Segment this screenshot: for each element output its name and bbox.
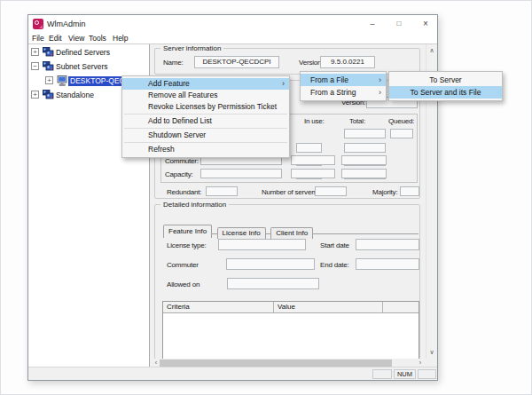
start-date-label: Start date xyxy=(320,241,349,249)
app-icon-facet xyxy=(39,25,43,28)
menu-item-label: Refresh xyxy=(148,145,175,154)
menu-item-label: To Server xyxy=(429,75,461,84)
commuter-detail-field xyxy=(226,258,315,270)
from-a-file-submenu: To Server To Server and its File xyxy=(388,71,503,101)
total-field xyxy=(344,129,386,138)
collapse-icon[interactable]: − xyxy=(31,62,39,70)
tab-license-info[interactable]: License Info xyxy=(217,227,266,239)
server-group-icon xyxy=(43,61,54,72)
column-header-blank[interactable] xyxy=(383,302,419,313)
menu-item-label: To Server and its File xyxy=(411,88,481,97)
menu-item-revoke-licenses[interactable]: Revoke Licenses by Permission Ticket xyxy=(122,101,289,113)
server-context-menu: Add Feature › Remove all Features Revoke… xyxy=(121,75,290,158)
detail-tabstrip: Feature Info License Info Client Info xyxy=(163,220,419,234)
tab-client-info[interactable]: Client Info xyxy=(270,227,313,239)
expand-icon[interactable]: + xyxy=(45,76,53,84)
menu-separator xyxy=(124,142,287,143)
scrollbar-thumb[interactable] xyxy=(160,359,392,367)
server-group-icon xyxy=(43,47,54,58)
menu-item-label: From a File xyxy=(310,75,348,84)
menu-item-shutdown-server[interactable]: Shutdown Server xyxy=(122,130,289,141)
status-pane xyxy=(418,369,436,379)
tree-row-subnet-servers[interactable]: − Subnet Servers xyxy=(28,59,149,74)
submenu-arrow-icon: › xyxy=(379,74,381,86)
app-icon xyxy=(33,19,43,29)
add-feature-submenu: From a File › From a String › xyxy=(300,71,387,101)
status-pane-num: NUM xyxy=(394,369,416,379)
server-version-field: 9.5.0.0221 xyxy=(320,56,375,68)
total-field xyxy=(344,143,386,153)
expand-icon[interactable]: + xyxy=(31,91,39,99)
tree-label: Defined Servers xyxy=(56,48,110,58)
detailed-information-legend: Detailed information xyxy=(160,201,229,209)
number-of-servers-label: Number of servers: xyxy=(262,188,318,196)
menu-item-to-server[interactable]: To Server xyxy=(389,74,502,86)
queued-field xyxy=(390,129,413,138)
menu-item-remove-all-features[interactable]: Remove all Features xyxy=(122,90,289,101)
tree-row-defined-servers[interactable]: + Defined Servers xyxy=(28,45,149,59)
menu-separator xyxy=(124,114,287,115)
criteria-table: Criteria Value xyxy=(162,301,419,359)
capacity-label: Capacity: xyxy=(165,170,193,178)
allowed-on-field xyxy=(227,278,319,289)
maximize-icon: □ xyxy=(397,20,402,28)
minimize-button[interactable]: – xyxy=(359,15,386,34)
server-group-icon xyxy=(43,90,54,100)
redundant-label: Redundant: xyxy=(167,188,201,196)
scroll-up-icon[interactable]: ∧ xyxy=(427,46,436,55)
menu-separator xyxy=(124,128,287,129)
statusbar: NUM xyxy=(28,367,437,380)
scroll-down-icon[interactable]: ∨ xyxy=(427,348,436,357)
menu-item-refresh[interactable]: Refresh xyxy=(122,144,289,155)
criteria-table-header: Criteria Value xyxy=(163,302,419,313)
screenshot-canvas: WlmAdmin – □ × File Edit View Tools Help… xyxy=(0,0,532,395)
submenu-arrow-icon: › xyxy=(282,78,285,90)
column-header-criteria[interactable]: Criteria xyxy=(163,302,274,313)
start-date-field xyxy=(356,239,419,250)
window-title: WlmAdmin xyxy=(47,20,86,28)
commuter-label: Commuter: xyxy=(165,157,199,165)
submenu-arrow-icon: › xyxy=(379,86,381,99)
in-use-label: In use: xyxy=(304,117,325,125)
status-pane xyxy=(372,369,392,379)
menu-item-label: Revoke Licenses by Permission Ticket xyxy=(148,102,277,111)
number-of-servers-field xyxy=(315,186,347,196)
server-name-field: DESKTOP-QECDCPI xyxy=(194,56,279,68)
minimize-icon: – xyxy=(370,20,374,28)
license-type-label: License type: xyxy=(167,241,207,249)
menu-item-from-a-string[interactable]: From a String › xyxy=(301,86,386,99)
redundant-field xyxy=(206,186,238,196)
menu-item-add-feature[interactable]: Add Feature › xyxy=(122,78,289,90)
app-icon-gem xyxy=(35,20,39,25)
total-label: Total: xyxy=(349,117,365,125)
menu-item-label: From a String xyxy=(310,88,356,97)
capacity-field xyxy=(341,169,387,178)
commuter-field xyxy=(341,155,387,165)
menu-item-label: Add to Defined List xyxy=(148,116,212,125)
license-type-field xyxy=(218,239,306,250)
close-button[interactable]: × xyxy=(412,15,439,34)
capacity-field xyxy=(200,169,282,178)
detailed-information-group: Detailed information Feature Info Licens… xyxy=(154,204,420,359)
allowed-on-label: Allowed on xyxy=(167,280,200,288)
capacity-field xyxy=(291,169,335,178)
column-header-value[interactable]: Value xyxy=(274,302,383,313)
menu-item-to-server-and-its-file[interactable]: To Server and its File xyxy=(389,86,502,99)
wlmadmin-window: WlmAdmin – □ × File Edit View Tools Help… xyxy=(27,14,438,381)
menu-item-label: Add Feature xyxy=(148,79,190,88)
menu-item-from-a-file[interactable]: From a File › xyxy=(301,74,386,86)
menu-item-label: Shutdown Server xyxy=(148,130,206,139)
commuter-detail-label: Commuter xyxy=(167,261,199,269)
titlebar[interactable]: WlmAdmin – □ × xyxy=(28,15,437,34)
commuter-field xyxy=(291,155,335,165)
queued-label: Queued: xyxy=(388,117,414,125)
in-use-field xyxy=(296,143,322,153)
tree-label: Standalone xyxy=(56,91,94,100)
tab-feature-info[interactable]: Feature Info xyxy=(163,225,212,238)
expand-icon[interactable]: + xyxy=(31,48,39,56)
menu-item-add-to-defined-list[interactable]: Add to Defined List xyxy=(122,115,289,127)
tree-label: Subnet Servers xyxy=(56,62,108,72)
end-date-field xyxy=(356,258,419,270)
maximize-button[interactable]: □ xyxy=(386,15,412,34)
close-icon: × xyxy=(423,19,428,28)
